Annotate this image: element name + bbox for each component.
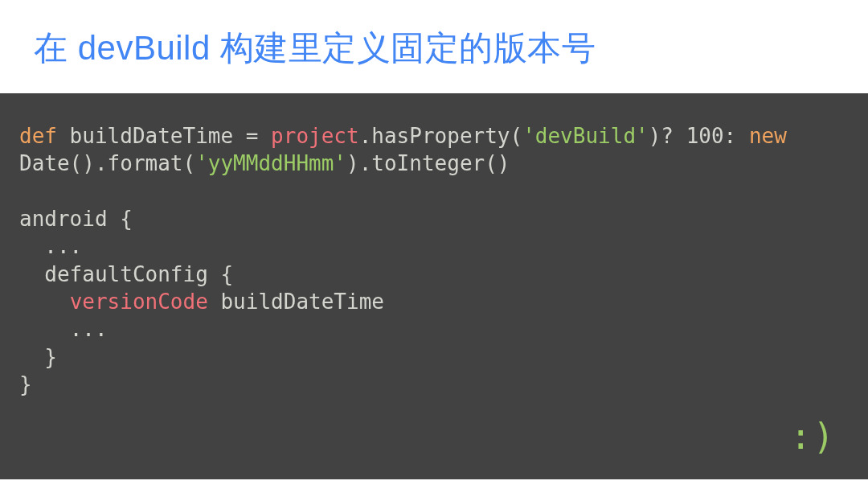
code-token: versionCode — [70, 290, 208, 314]
code-token: def — [19, 124, 57, 148]
code-token: 'yyMMddHHmm' — [195, 151, 346, 175]
smiley-icon: :) — [790, 416, 836, 457]
code-content: def buildDateTime = project.hasProperty(… — [19, 122, 849, 398]
slide-title: 在 devBuild 构建里定义固定的版本号 — [34, 26, 834, 71]
code-token: .hasProperty( — [359, 124, 523, 148]
code-token: new — [749, 124, 787, 148]
code-token: project — [271, 124, 359, 148]
code-token: 'devBuild' — [522, 124, 649, 148]
code-token: buildDateTime = — [57, 124, 271, 148]
code-token: )? 100: — [649, 124, 749, 148]
code-block: def buildDateTime = project.hasProperty(… — [0, 93, 868, 479]
slide-header: 在 devBuild 构建里定义固定的版本号 — [0, 0, 868, 93]
